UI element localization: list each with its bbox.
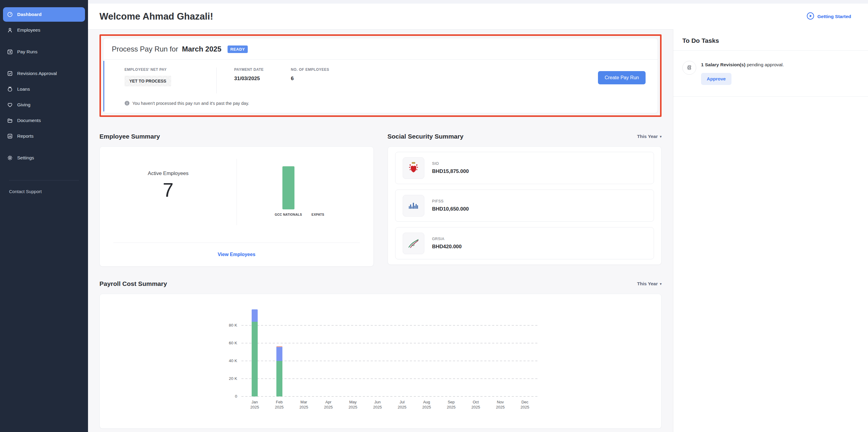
sidebar-item-giving[interactable]: Giving <box>3 98 85 112</box>
app-root: DashboardEmployeesPay RunsRevisions Appr… <box>0 0 868 432</box>
x-axis-label-jul-2025: Jul2025 <box>392 399 412 410</box>
page-title: Welcome Ahmad Ghazali! <box>99 11 213 22</box>
social-security-title: Social Security Summary <box>388 133 464 140</box>
reports-icon <box>7 133 13 139</box>
play-circle-icon <box>807 12 814 21</box>
gridline <box>241 325 538 326</box>
right-column: Welcome Ahmad Ghazali! Getting Started P… <box>88 0 868 432</box>
todo-title: To Do Tasks <box>673 29 868 50</box>
contact-support-link[interactable]: Contact Support <box>9 189 88 194</box>
payroll-cost-filter-dropdown[interactable]: This Year ▾ <box>637 281 661 287</box>
social-security-row-pifss: PIFSSBHD10,650.000 <box>395 190 654 222</box>
summary-row: Employee Summary Active Employees 7 GCC … <box>99 132 661 267</box>
sidebar-item-reports[interactable]: Reports <box>3 129 85 143</box>
sidebar-item-employees[interactable]: Employees <box>3 23 85 37</box>
y-axis-tick: 20 K <box>208 376 237 381</box>
getting-started-label: Getting Started <box>817 14 851 19</box>
chevron-down-icon: ▾ <box>660 282 661 286</box>
gridline <box>241 396 538 397</box>
sidebar-item-label: Documents <box>17 118 41 123</box>
pay-run-card: Process Pay Run for March 2025 READY EMP… <box>103 38 658 113</box>
payroll-cost-title: Payroll Cost Summary <box>99 280 167 288</box>
field-value: 31/03/2025 <box>234 76 291 81</box>
employee-summary-section: Employee Summary Active Employees 7 GCC … <box>99 132 374 267</box>
y-axis-tick: 80 K <box>208 323 237 328</box>
approve-button[interactable]: Approve <box>701 73 732 85</box>
gridline <box>241 361 538 361</box>
social-security-value: BHD15,875.000 <box>432 168 469 174</box>
sidebar-item-dashboard[interactable]: Dashboard <box>3 7 85 22</box>
social-security-label: SIO <box>432 162 469 166</box>
pay-run-title-prefix: Process Pay Run for <box>112 45 178 53</box>
social-security-value: BHD420.000 <box>432 244 462 250</box>
sidebar-item-documents[interactable]: Documents <box>3 113 85 128</box>
view-employees-link[interactable]: View Employees <box>100 243 373 266</box>
pay-run-title: Process Pay Run for March 2025 READY <box>103 38 658 60</box>
active-employees-label: Active Employees <box>148 170 188 176</box>
bar-jan-2025-blue <box>252 309 258 322</box>
sidebar: DashboardEmployeesPay RunsRevisions Appr… <box>0 0 88 432</box>
top-strip <box>88 0 868 4</box>
active-employees-count: 7 <box>163 179 174 201</box>
sidebar-item-label: Loans <box>17 87 30 92</box>
social-security-filter-dropdown[interactable]: This Year ▾ <box>637 134 661 139</box>
social-security-section: Social Security Summary This Year ▾ SIOB… <box>388 132 662 267</box>
bar-jan-2025-green <box>252 322 258 396</box>
sidebar-item-revisions-approval[interactable]: Revisions Approval <box>3 66 85 81</box>
main-content: Process Pay Run for March 2025 READY EMP… <box>88 29 673 432</box>
pay-run-note-text: You haven't processed this pay run and i… <box>132 101 249 106</box>
x-axis-label-sep-2025: Sep2025 <box>441 399 462 410</box>
social-security-card: SIOBHD15,875.000PIFSSBHD10,650.000GRSIAB… <box>388 146 662 265</box>
pay-run-body: EMPLOYEES' NET PAYYET TO PROCESSPAYMENT … <box>103 60 658 93</box>
bar-feb-2025-green <box>276 361 282 396</box>
x-axis-label-may-2025: May2025 <box>342 399 364 410</box>
documents-icon <box>7 118 13 124</box>
gridline <box>241 343 538 343</box>
x-axis-label-apr-2025: Apr2025 <box>318 399 339 410</box>
sidebar-item-loans[interactable]: Loans <box>3 82 85 96</box>
social-security-label: GRSIA <box>432 237 462 241</box>
bar-label-gcc-nationals: GCC NATIONALS <box>273 213 304 217</box>
revisions-approval-icon <box>7 70 13 76</box>
x-axis-label-feb-2025: Feb2025 <box>269 399 290 410</box>
field-value: 6 <box>291 76 329 81</box>
sidebar-item-settings[interactable]: Settings <box>3 151 85 165</box>
giving-icon <box>7 102 13 108</box>
y-axis-tick: 60 K <box>208 341 237 345</box>
sidebar-item-label: Revisions Approval <box>17 71 57 76</box>
sidebar-item-label: Employees <box>17 27 40 33</box>
sidebar-item-label: Giving <box>17 102 30 107</box>
bar-gcc-nationals <box>282 166 294 209</box>
x-axis-label-aug-2025: Aug2025 <box>416 399 437 410</box>
dashboard-icon <box>7 11 13 18</box>
sidebar-item-pay-runs[interactable]: Pay Runs <box>3 44 85 59</box>
x-axis-label-mar-2025: Mar2025 <box>293 399 314 410</box>
todo-task-text: 1 Salary Revision(s) pending approval. <box>701 62 784 67</box>
field-no-of-employees: NO. OF EMPLOYEES6 <box>291 67 329 81</box>
info-icon <box>124 101 130 106</box>
grsia-logo <box>403 233 424 254</box>
todo-task-rest: pending approval. <box>745 62 784 67</box>
x-axis-label-jun-2025: Jun2025 <box>367 399 388 410</box>
x-axis-label-oct-2025: Oct2025 <box>465 399 487 410</box>
status-badge: READY <box>227 45 248 53</box>
create-pay-run-button[interactable]: Create Pay Run <box>598 71 646 85</box>
bar-feb-2025-pink <box>276 346 282 347</box>
filter-label: This Year <box>637 134 658 139</box>
employee-summary-title: Employee Summary <box>99 133 160 140</box>
field-label: EMPLOYEES' NET PAY <box>124 67 216 72</box>
field-label: NO. OF EMPLOYEES <box>291 67 329 72</box>
social-security-label: PIFSS <box>432 199 469 203</box>
social-security-row-sio: SIOBHD15,875.000 <box>395 152 654 184</box>
gridline <box>241 378 538 379</box>
todo-panel: To Do Tasks 1 Salary Revision(s) pending… <box>673 29 868 432</box>
sidebar-item-label: Pay Runs <box>17 49 37 55</box>
pay-runs-icon <box>7 49 13 55</box>
annotation-highlight: Process Pay Run for March 2025 READY EMP… <box>99 34 661 117</box>
payroll-cost-section: Payroll Cost Summary This Year ▾ 020 K40… <box>99 279 661 429</box>
y-axis-tick: 0 <box>208 394 237 399</box>
sidebar-nav: DashboardEmployeesPay RunsRevisions Appr… <box>0 7 88 166</box>
getting-started-link[interactable]: Getting Started <box>807 12 851 21</box>
chevron-down-icon: ▾ <box>660 135 661 139</box>
field-employees-net-pay: EMPLOYEES' NET PAYYET TO PROCESS <box>124 67 216 87</box>
